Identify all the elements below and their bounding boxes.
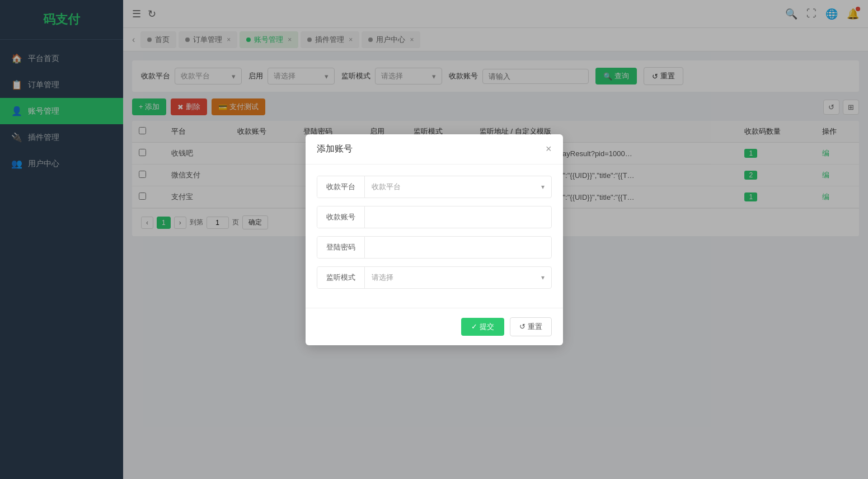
form-password-label: 登陆密码: [317, 237, 365, 258]
form-platform-label: 收款平台: [317, 176, 365, 198]
form-password-input[interactable]: [365, 237, 551, 257]
modal-title: 添加账号: [317, 143, 353, 155]
modal-header: 添加账号 ×: [306, 134, 563, 165]
submit-button[interactable]: ✓ 提交: [461, 318, 504, 336]
modal-close-button[interactable]: ×: [546, 143, 552, 155]
modal-footer: ✓ 提交 ↺ 重置: [306, 308, 563, 345]
add-account-modal: 添加账号 × 收款平台 收款平台 ▾ 收款账号 登陆密码: [306, 134, 563, 345]
reset-icon: ↺: [519, 322, 526, 331]
form-monitor-field: 监听模式 请选择 ▾: [317, 266, 552, 289]
form-platform-select[interactable]: 收款平台 ▾: [365, 176, 551, 198]
form-monitor-select[interactable]: 请选择 ▾: [365, 267, 551, 288]
form-account-label: 收款账号: [317, 206, 365, 228]
form-password-field: 登陆密码: [317, 236, 552, 259]
form-platform-chevron: ▾: [541, 183, 545, 191]
submit-icon: ✓: [471, 322, 477, 331]
modal-reset-button[interactable]: ↺ 重置: [510, 317, 552, 336]
form-account-field: 收款账号: [317, 206, 552, 228]
form-account-input[interactable]: [365, 207, 551, 227]
modal-body: 收款平台 收款平台 ▾ 收款账号 登陆密码 监听模式 请选择: [306, 165, 563, 308]
form-monitor-chevron: ▾: [541, 274, 545, 281]
form-monitor-label: 监听模式: [317, 267, 365, 288]
form-platform-field: 收款平台 收款平台 ▾: [317, 176, 552, 198]
modal-overlay[interactable]: 添加账号 × 收款平台 收款平台 ▾ 收款账号 登陆密码: [0, 0, 868, 479]
